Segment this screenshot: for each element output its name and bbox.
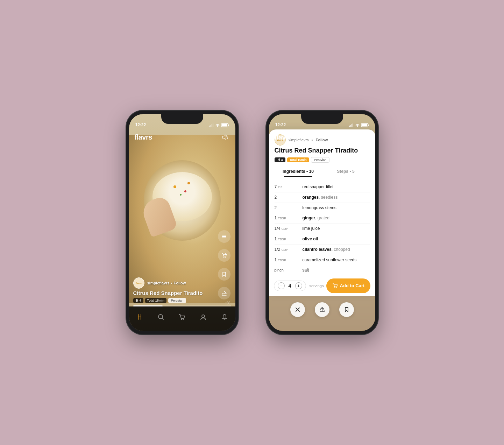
ingredient-name: olive oil [303, 236, 370, 242]
ingredient-row: 1 TBSP ginger, grated [275, 213, 370, 224]
ingredient-name: salt [303, 267, 370, 273]
recipe-tags: 4 Total 15min Peruvian [133, 298, 214, 303]
add-to-cart-label: Add to Cart [340, 283, 365, 288]
svg-line-24 [162, 318, 163, 320]
time-tag: Total 15min [145, 298, 166, 303]
ingredient-name: lime juice [303, 226, 370, 232]
svg-rect-33 [362, 124, 367, 127]
user-avatar: flavrs [133, 277, 144, 289]
share-button[interactable] [218, 287, 230, 299]
nav-search[interactable] [157, 313, 164, 320]
servings-label: servings [310, 284, 324, 288]
svg-rect-15 [222, 238, 226, 238]
ingredient-name: oranges, seedless [303, 195, 370, 200]
sheet-time-tag: Total 15min [287, 157, 309, 162]
recipe-title: Citrus Red Snapper Tiradito [133, 290, 214, 296]
signal-icon [210, 123, 214, 127]
svg-rect-3 [213, 123, 213, 127]
ingredient-name: caramelized sunflower seeds [303, 257, 370, 263]
svg-rect-1 [211, 125, 211, 127]
share-icon [221, 290, 227, 296]
app-header-2: flavrs [269, 129, 375, 145]
ingredient-amount: pinch [275, 268, 303, 272]
profile-nav-icon [200, 313, 207, 320]
sheet-servings-tag: 4 [275, 157, 285, 162]
ingredients-list: 7 OZ red snapper fillet 2 oranges, seedl… [269, 182, 375, 286]
svg-rect-0 [210, 126, 210, 127]
phone-2-screen: 12:22 [269, 114, 375, 331]
sheet-tags: 4 Total 15min Peruvian [275, 157, 370, 163]
tab-ingredients[interactable]: Ingredients • 10 [275, 166, 322, 177]
decrease-servings-btn[interactable]: − [278, 282, 285, 289]
status-icons-2 [349, 123, 369, 127]
nav-cart[interactable] [178, 313, 185, 320]
ingredient-name: lemongrass stems [303, 205, 370, 211]
sheet-cuisine-tag: Peruvian [311, 157, 330, 163]
svg-rect-29 [350, 125, 351, 127]
status-time: 12:22 [135, 122, 146, 127]
cuisine-tag: Peruvian [168, 298, 186, 303]
status-icons [210, 123, 229, 127]
battery-icon [221, 123, 229, 127]
video-time: :56 [226, 301, 230, 305]
sound-icon[interactable] [220, 132, 230, 142]
follow-button[interactable]: Follow [174, 281, 186, 285]
phone-2: 12:22 [266, 111, 378, 334]
nav-profile[interactable] [200, 313, 207, 320]
notch-2 [301, 114, 343, 124]
username: simpleflavrs [147, 281, 170, 285]
recipe-user-row: flavrs simpleflavrs • Follow [133, 277, 214, 289]
app-logo: flavrs [135, 133, 152, 141]
bookmark-button[interactable] [218, 268, 230, 281]
ingredient-amount: 1/4 CUP [275, 226, 303, 231]
add-to-cart-side-button[interactable] [218, 249, 230, 262]
fork-icon [135, 299, 139, 302]
ingredients-count: • 10 [306, 169, 314, 174]
svg-rect-14 [222, 236, 226, 237]
ingredient-row: 1/2 CUP cilantro leaves, chopped [275, 245, 370, 255]
ingredient-row: 1 TBSP olive oil [275, 234, 370, 245]
nav-notifications[interactable] [221, 313, 228, 320]
tab-steps[interactable]: Steps • 5 [322, 166, 370, 177]
ingredient-name: red snapper fillet [303, 184, 370, 190]
ingredient-amount: 1 TBSP [275, 236, 303, 241]
home-nav-icon [136, 313, 143, 320]
steps-count: • 5 [349, 169, 354, 174]
increase-servings-btn[interactable]: + [295, 282, 302, 289]
sound-icon-2[interactable] [360, 132, 370, 142]
bell-nav-icon [221, 313, 228, 320]
bookmark-overlay-icon [344, 307, 349, 312]
status-time-2: 12:22 [275, 122, 286, 127]
svg-rect-30 [352, 124, 352, 127]
share-overlay-icon [319, 307, 325, 312]
list-icon [221, 234, 227, 239]
ingredient-row: 7 OZ red snapper fillet [275, 182, 370, 192]
ingredient-amount: 1 TBSP [275, 216, 303, 220]
svg-marker-34 [362, 135, 366, 140]
ingredient-amount: 7 OZ [275, 184, 303, 189]
ingredient-row: pinch salt [275, 265, 370, 276]
ingredient-amount: 1/2 CUP [275, 247, 303, 252]
bookmark-icon [221, 271, 227, 277]
share-overlay-btn[interactable] [315, 302, 329, 317]
svg-point-17 [225, 257, 226, 258]
servings-tag: 4 [133, 298, 143, 303]
servings-control: − 4 + [274, 281, 306, 291]
svg-rect-5 [222, 124, 227, 127]
ingredient-row: 1/4 CUP lime juice [275, 224, 370, 234]
ingredient-name: ginger, grated [303, 215, 370, 221]
bookmark-overlay-btn[interactable] [339, 302, 354, 317]
close-icon [295, 307, 300, 312]
ingredient-amount: 2 [275, 205, 303, 210]
sheet-tabs: Ingredients • 10 Steps • 5 [275, 166, 370, 177]
close-overlay-btn[interactable] [290, 302, 305, 317]
wifi-icon [215, 123, 220, 127]
cart-add-icon [221, 253, 227, 258]
nav-home[interactable] [136, 313, 143, 320]
cart-nav-icon [178, 313, 185, 320]
svg-point-27 [202, 315, 205, 318]
servings-value: 4 [288, 283, 292, 289]
add-to-cart-button[interactable]: Add to Cart [326, 278, 370, 293]
ingredient-name: cilantro leaves, chopped [303, 247, 370, 253]
recipe-list-button[interactable] [218, 230, 230, 243]
